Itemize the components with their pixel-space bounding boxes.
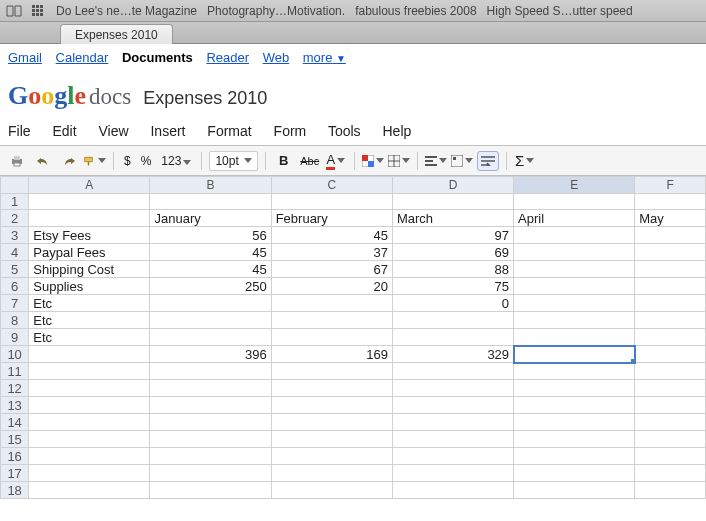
selected-cell[interactable] (514, 346, 635, 363)
cell[interactable] (635, 482, 706, 499)
cell[interactable] (392, 329, 513, 346)
cell[interactable] (29, 448, 150, 465)
cell[interactable]: January (150, 210, 271, 227)
cell[interactable] (271, 397, 392, 414)
cell[interactable] (150, 397, 271, 414)
cell[interactable] (150, 380, 271, 397)
menu-format[interactable]: Format (207, 123, 251, 139)
row-header[interactable]: 14 (1, 414, 29, 431)
cell[interactable] (514, 227, 635, 244)
row-header[interactable]: 2 (1, 210, 29, 227)
row-header[interactable]: 18 (1, 482, 29, 499)
menu-edit[interactable]: Edit (52, 123, 76, 139)
cell[interactable] (271, 295, 392, 312)
cell[interactable]: Etc (29, 329, 150, 346)
row-header[interactable]: 1 (1, 194, 29, 210)
col-header-C[interactable]: C (271, 177, 392, 194)
row-header[interactable]: 16 (1, 448, 29, 465)
cell[interactable]: 20 (271, 278, 392, 295)
cell[interactable]: 56 (150, 227, 271, 244)
cell[interactable] (29, 363, 150, 380)
cell[interactable]: Shipping Cost (29, 261, 150, 278)
row-header[interactable]: 15 (1, 431, 29, 448)
menu-insert[interactable]: Insert (150, 123, 185, 139)
menu-form[interactable]: Form (274, 123, 307, 139)
cell[interactable] (635, 448, 706, 465)
cell[interactable] (635, 244, 706, 261)
cell[interactable] (392, 448, 513, 465)
document-title[interactable]: Expenses 2010 (143, 88, 267, 109)
link-reader[interactable]: Reader (206, 50, 249, 65)
fill-color-button[interactable] (362, 151, 384, 171)
cell[interactable] (514, 482, 635, 499)
col-header-B[interactable]: B (150, 177, 271, 194)
cell[interactable] (29, 465, 150, 482)
spreadsheet[interactable]: A B C D E F 1 2 January February March A… (0, 176, 706, 499)
cell[interactable] (392, 380, 513, 397)
cell[interactable]: 37 (271, 244, 392, 261)
cell[interactable] (271, 465, 392, 482)
cell[interactable]: May (635, 210, 706, 227)
select-all-corner[interactable] (1, 177, 29, 194)
menu-tools[interactable]: Tools (328, 123, 361, 139)
bold-button[interactable]: B (273, 151, 295, 171)
cell[interactable]: Etc (29, 312, 150, 329)
row-header[interactable]: 7 (1, 295, 29, 312)
cell[interactable]: 0 (392, 295, 513, 312)
cell[interactable] (514, 431, 635, 448)
cell[interactable]: March (392, 210, 513, 227)
cell[interactable] (635, 414, 706, 431)
cell[interactable] (635, 312, 706, 329)
apps-grid-icon[interactable] (32, 5, 46, 17)
cell[interactable] (635, 278, 706, 295)
cell[interactable] (514, 380, 635, 397)
cell[interactable] (514, 244, 635, 261)
cell[interactable]: Etsy Fees (29, 227, 150, 244)
bookmark-item[interactable]: Photography…Motivation. (207, 4, 345, 18)
row-header[interactable]: 10 (1, 346, 29, 363)
cell[interactable]: 169 (271, 346, 392, 363)
cell[interactable] (635, 465, 706, 482)
cell[interactable] (271, 482, 392, 499)
cell[interactable]: Supplies (29, 278, 150, 295)
cell[interactable] (514, 465, 635, 482)
cell[interactable] (150, 363, 271, 380)
menu-help[interactable]: Help (382, 123, 411, 139)
cell[interactable]: 75 (392, 278, 513, 295)
cell[interactable]: 45 (150, 261, 271, 278)
cell[interactable]: 69 (392, 244, 513, 261)
font-size-dropdown[interactable]: 10pt (209, 151, 257, 171)
cell[interactable] (392, 312, 513, 329)
col-header-A[interactable]: A (29, 177, 150, 194)
menu-file[interactable]: File (8, 123, 31, 139)
cell[interactable]: 97 (392, 227, 513, 244)
link-calendar[interactable]: Calendar (56, 50, 109, 65)
cell[interactable] (150, 431, 271, 448)
cell[interactable] (271, 431, 392, 448)
cell[interactable] (514, 414, 635, 431)
cell[interactable] (271, 363, 392, 380)
functions-button[interactable]: Σ (514, 151, 536, 171)
format-percent[interactable]: % (138, 154, 155, 168)
cell[interactable]: 45 (150, 244, 271, 261)
borders-button[interactable] (388, 151, 410, 171)
cell[interactable] (271, 380, 392, 397)
row-header[interactable]: 3 (1, 227, 29, 244)
cell[interactable] (514, 312, 635, 329)
cell[interactable] (514, 363, 635, 380)
cell[interactable] (271, 414, 392, 431)
row-header[interactable]: 13 (1, 397, 29, 414)
undo-icon[interactable] (32, 151, 54, 171)
cell[interactable] (514, 329, 635, 346)
cell[interactable] (150, 465, 271, 482)
cell[interactable] (271, 312, 392, 329)
row-header[interactable]: 4 (1, 244, 29, 261)
cell[interactable] (150, 414, 271, 431)
cell[interactable] (150, 482, 271, 499)
cell[interactable] (635, 363, 706, 380)
row-header[interactable]: 17 (1, 465, 29, 482)
cell[interactable] (29, 346, 150, 363)
bookmark-item[interactable]: High Speed S…utter speed (487, 4, 633, 18)
cell[interactable] (29, 210, 150, 227)
cell[interactable] (271, 448, 392, 465)
